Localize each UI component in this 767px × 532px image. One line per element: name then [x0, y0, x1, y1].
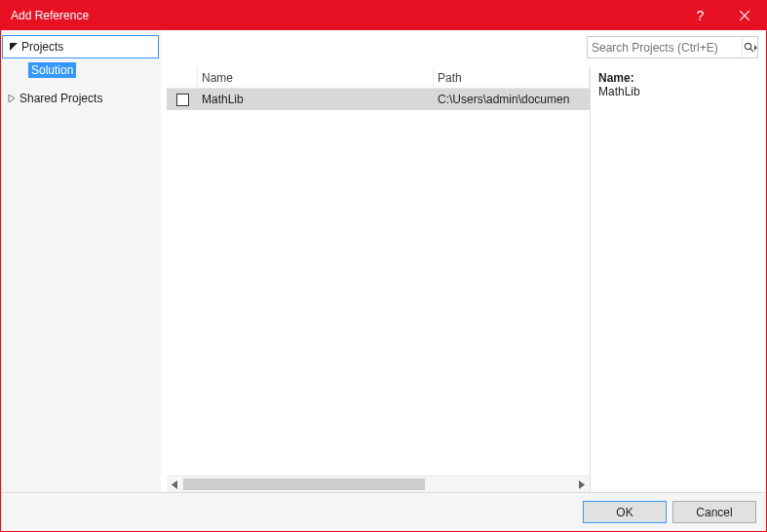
nav-projects-label: Projects	[21, 40, 63, 54]
details-name-value: MathLib	[598, 85, 758, 98]
ok-button-label: OK	[616, 506, 633, 519]
nav-solution[interactable]: Solution	[1, 59, 161, 81]
column-header-path[interactable]: Path	[434, 67, 590, 88]
list-row[interactable]: MathLib C:\Users\admin\documen	[167, 89, 590, 110]
close-button[interactable]	[722, 1, 766, 30]
svg-line-5	[750, 49, 753, 52]
horizontal-scrollbar[interactable]	[167, 475, 590, 492]
row-path: C:\Users\admin\documen	[434, 93, 590, 106]
ok-button[interactable]: OK	[583, 501, 667, 523]
nav-solution-label: Solution	[28, 62, 76, 78]
dialog-footer: OK Cancel	[1, 492, 766, 531]
scroll-thumb[interactable]	[183, 478, 425, 490]
details-pane: Name: MathLib	[591, 67, 766, 492]
search-input[interactable]	[588, 41, 742, 55]
search-icon-button[interactable]	[742, 37, 757, 57]
svg-marker-6	[754, 45, 757, 51]
expander-collapsed-icon	[7, 94, 17, 103]
svg-marker-3	[9, 95, 15, 102]
nav-projects[interactable]: Projects	[2, 35, 159, 58]
reference-list: Name Path MathLib C:\Users\admin\documen	[167, 67, 591, 492]
category-tree: Projects Solution Shared Projects	[1, 30, 161, 492]
svg-point-4	[745, 43, 750, 49]
row-checkbox[interactable]	[176, 94, 189, 106]
dialog-window: Add Reference ? Projects Solution	[0, 0, 767, 532]
row-name: MathLib	[198, 93, 434, 106]
search-icon	[744, 42, 757, 54]
cancel-button[interactable]: Cancel	[672, 501, 756, 523]
window-title: Add Reference	[1, 9, 89, 22]
scroll-right-icon[interactable]	[573, 476, 590, 493]
column-header-name[interactable]: Name	[198, 67, 434, 88]
svg-marker-2	[10, 43, 18, 51]
cancel-button-label: Cancel	[696, 506, 732, 519]
nav-shared-label: Shared Projects	[19, 92, 102, 105]
expander-icon	[9, 42, 19, 52]
svg-marker-7	[172, 480, 177, 489]
help-button[interactable]: ?	[678, 1, 722, 30]
list-header-row: Name Path	[167, 67, 590, 89]
search-box[interactable]	[587, 36, 758, 58]
scroll-left-icon[interactable]	[167, 476, 183, 493]
svg-marker-8	[579, 480, 585, 489]
close-icon	[740, 11, 749, 20]
nav-shared-projects[interactable]: Shared Projects	[1, 87, 161, 110]
scroll-track[interactable]	[183, 476, 573, 493]
help-icon: ?	[697, 8, 705, 23]
details-name-label: Name:	[598, 71, 758, 85]
titlebar: Add Reference ?	[1, 1, 766, 30]
